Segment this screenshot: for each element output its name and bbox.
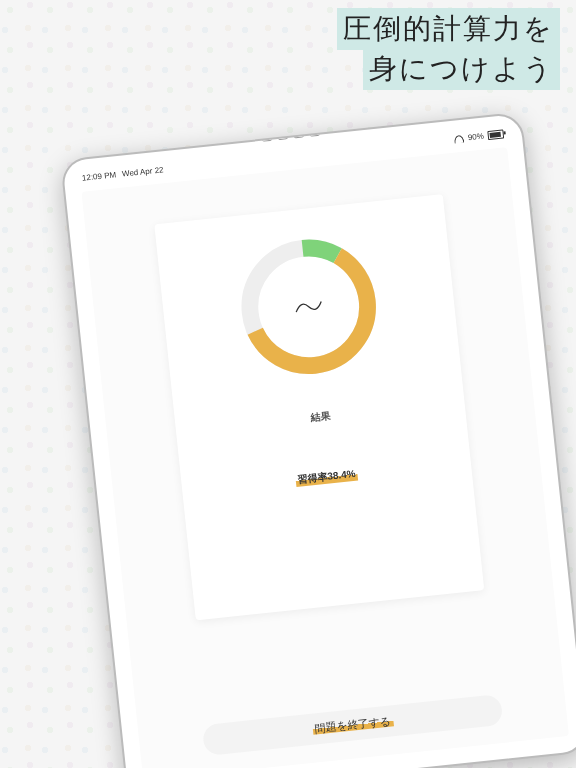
end-quiz-button[interactable]: 問題を終了する [202, 694, 504, 756]
wifi-icon [454, 134, 465, 143]
status-time: 12:09 PM [82, 170, 117, 183]
end-quiz-label: 問題を終了する [312, 714, 394, 734]
status-date: Wed Apr 22 [122, 165, 164, 178]
result-card: 結果 習得率38.4% [154, 194, 484, 620]
ring-center-icon [232, 230, 386, 384]
tablet-device: 12:09 PM Wed Apr 22 90% [60, 111, 576, 768]
result-heading: 結果 [310, 409, 331, 425]
battery-percent: 90% [467, 132, 484, 143]
score-label: 習得率38.4% [295, 467, 358, 487]
headline-line-2: 身につけよう [363, 48, 560, 90]
app-screen: 結果 習得率38.4% 問題を終了する [81, 147, 569, 768]
battery-icon [487, 130, 504, 141]
progress-ring [232, 230, 386, 384]
headline-line-1: 圧倒的計算力を [337, 8, 560, 50]
